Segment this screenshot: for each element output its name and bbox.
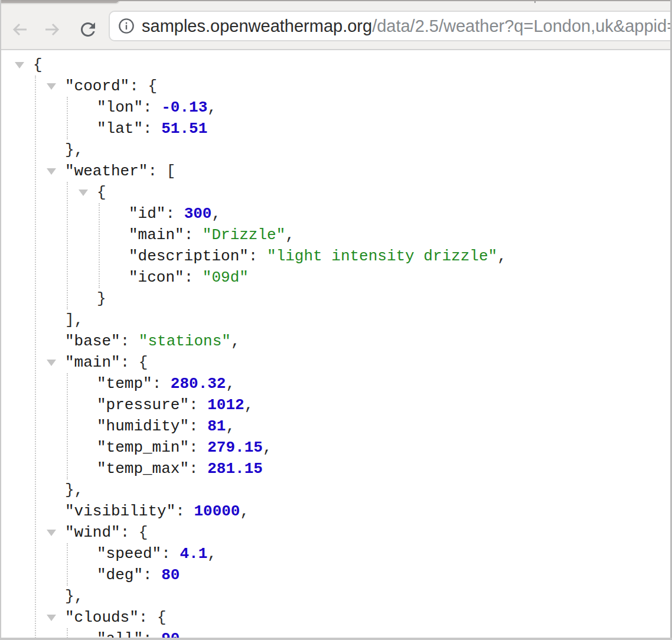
- json-number: 51.51: [161, 120, 207, 138]
- json-punctuation: :: [184, 226, 203, 244]
- collapse-triangle-icon[interactable]: [47, 615, 56, 621]
- json-punctuation: ,: [244, 396, 254, 414]
- json-number: 1012: [207, 396, 244, 414]
- json-punctuation: :: [161, 545, 180, 563]
- collapse-triangle-icon[interactable]: [15, 62, 24, 68]
- json-key: "visibility": [65, 502, 175, 520]
- json-string: "stations": [139, 332, 231, 350]
- json-key: "main": [129, 226, 184, 244]
- json-line: "coord": {: [0, 76, 672, 97]
- json-line: {: [0, 54, 672, 76]
- json-punctuation: :: [175, 502, 194, 520]
- json-line: {: [0, 182, 672, 203]
- json-punctuation: ,: [207, 99, 217, 116]
- json-punctuation: ],: [65, 311, 83, 329]
- json-line: "temp": 280.32,: [0, 373, 672, 394]
- json-punctuation: ,: [240, 502, 249, 520]
- json-line: "base": "stations",: [0, 331, 672, 352]
- site-info-icon[interactable]: [118, 17, 135, 35]
- json-line: "weather": [: [0, 161, 672, 182]
- collapse-triangle-icon[interactable]: [79, 190, 88, 196]
- json-punctuation: :: [165, 205, 184, 223]
- json-key: "lon": [97, 99, 143, 116]
- url-domain: samples.openweathermap.org: [142, 17, 372, 35]
- json-key: "coord": [65, 77, 129, 95]
- json-punctuation: ,: [231, 332, 240, 350]
- json-punctuation: :: [189, 460, 207, 478]
- json-line: },: [0, 139, 672, 161]
- json-punctuation: ,: [207, 545, 217, 563]
- json-punctuation: :: [143, 566, 161, 584]
- json-key: "weather": [65, 162, 148, 180]
- collapse-triangle-icon[interactable]: [47, 360, 56, 366]
- json-punctuation: ,: [211, 205, 221, 223]
- json-line: "icon": "09d": [0, 267, 672, 288]
- json-line: "lat": 51.51: [0, 118, 672, 139]
- json-string: "09d": [203, 269, 249, 286]
- json-line: "speed": 4.1,: [0, 543, 672, 564]
- back-button-icon[interactable]: [9, 19, 31, 40]
- collapse-triangle-icon[interactable]: [47, 530, 56, 536]
- indent-guide: [35, 76, 36, 640]
- json-number: -0.13: [161, 99, 207, 116]
- json-punctuation: {: [33, 56, 43, 74]
- json-punctuation: :: [189, 417, 207, 435]
- json-key: "pressure": [97, 396, 189, 414]
- json-key: "icon": [129, 269, 184, 286]
- json-number: 279.15: [207, 439, 263, 456]
- json-number: 80: [161, 566, 180, 584]
- json-key: "humidity": [97, 417, 189, 435]
- json-key: "temp_max": [97, 460, 189, 478]
- json-punctuation: ,: [497, 247, 507, 265]
- json-number: 300: [184, 205, 212, 223]
- indent-guide: [67, 543, 68, 586]
- url-path: /data/2.5/weather?q=London,uk&appid=: [372, 17, 672, 35]
- json-line: "visibility": 10000,: [0, 501, 672, 522]
- json-key: "base": [65, 332, 120, 350]
- browser-window: samples.openweathermap.org/data/2.5/weat…: [0, 0, 672, 640]
- json-line: "humidity": 81,: [0, 416, 672, 437]
- json-punctuation: : {: [120, 354, 148, 371]
- indent-guide: [67, 97, 68, 139]
- json-punctuation: },: [65, 141, 83, 159]
- json-line: "id": 300,: [0, 203, 672, 224]
- json-punctuation: :: [189, 439, 207, 456]
- json-number: 280.32: [171, 375, 226, 393]
- window-top-edge: [0, 0, 672, 1]
- json-string: "light intensity drizzle": [267, 247, 497, 265]
- json-line: }: [0, 288, 672, 309]
- json-punctuation: :: [184, 269, 203, 286]
- json-punctuation: :: [143, 99, 161, 116]
- json-punctuation: :: [249, 247, 267, 265]
- json-key: "id": [129, 205, 165, 223]
- json-key: "main": [65, 354, 120, 371]
- window-left-edge: [0, 0, 1, 640]
- json-line: "temp_max": 281.15: [0, 458, 672, 479]
- json-key: "description": [129, 247, 249, 265]
- forward-button-icon[interactable]: [41, 19, 63, 40]
- json-line: },: [0, 479, 672, 501]
- url-text: samples.openweathermap.org/data/2.5/weat…: [142, 17, 672, 36]
- json-key: "deg": [97, 566, 143, 584]
- json-line: ],: [0, 309, 672, 331]
- json-key: "wind": [65, 524, 120, 541]
- json-punctuation: : {: [139, 609, 167, 626]
- json-punctuation: },: [65, 481, 83, 499]
- json-key: "clouds": [65, 609, 139, 626]
- address-bar[interactable]: samples.openweathermap.org/data/2.5/weat…: [109, 11, 672, 41]
- browser-toolbar: samples.openweathermap.org/data/2.5/weat…: [0, 4, 672, 50]
- reload-button-icon[interactable]: [77, 19, 99, 40]
- json-line: },: [0, 586, 672, 607]
- json-punctuation: {: [97, 184, 106, 201]
- json-punctuation: :: [120, 332, 139, 350]
- json-tree: {"coord": {"lon": -0.13,"lat": 51.51},"w…: [0, 50, 672, 640]
- json-punctuation: },: [65, 587, 83, 605]
- json-punctuation: }: [97, 290, 106, 308]
- json-punctuation: :: [152, 375, 171, 393]
- json-key: "speed": [97, 545, 161, 563]
- collapse-triangle-icon[interactable]: [47, 83, 56, 90]
- json-line: "temp_min": 279.15,: [0, 437, 672, 458]
- json-number: 281.15: [207, 460, 263, 478]
- collapse-triangle-icon[interactable]: [47, 168, 56, 175]
- json-line: "lon": -0.13,: [0, 97, 672, 118]
